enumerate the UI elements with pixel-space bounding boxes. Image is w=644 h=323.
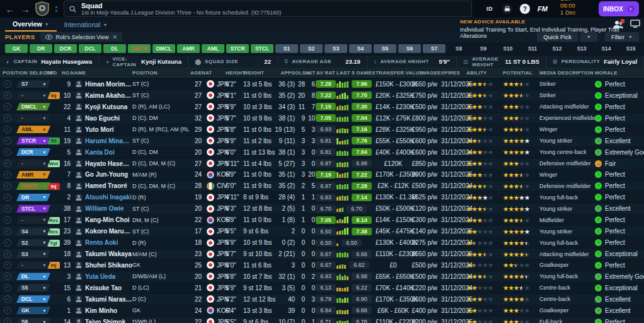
position-selected-dropdown[interactable]: -▼ [15, 114, 45, 122]
position-selected-dropdown[interactable]: DMCL▼ [15, 103, 45, 110]
row-select-icon[interactable]: ✓ [0, 228, 15, 235]
player-name-cell[interactable]: Hayato Hasegawa [71, 160, 132, 167]
crest-expander-icon[interactable]: ▲▼ [54, 4, 59, 13]
player-name-cell[interactable]: Yuta Ueda [71, 273, 132, 280]
filter-slot-s15[interactable]: S15 [619, 44, 642, 53]
col-header-media-description[interactable]: MEDIA DESCRIPTION [539, 70, 595, 76]
position-selected-dropdown[interactable]: AMR▼ [15, 171, 45, 179]
col-header-av-rat[interactable]: AV RAT [315, 70, 336, 76]
player-row[interactable]: ✓ DCR▼ 5 Kanta Doi D (C), DM 20 JPN 6'0"… [0, 147, 644, 158]
row-select-icon[interactable]: ✓ [0, 205, 15, 213]
player-row[interactable]: ✓ S4▼ Res 23 Kokoro Maruyama ST (C) 17 J… [0, 226, 644, 237]
player-name-cell[interactable]: Harumi Minamino [71, 138, 132, 144]
col-header-position-selected[interactable]: POSITION SELECTED [0, 70, 45, 76]
position-selected-dropdown[interactable]: AML▼ [15, 126, 45, 133]
fm-logo-icon[interactable]: FM [538, 4, 548, 14]
filter-slot-s9[interactable]: S9 [472, 44, 495, 53]
col-header-name[interactable]: NAME [71, 70, 132, 76]
position-selected-dropdown[interactable]: -▼ [15, 91, 45, 99]
forward-arrow-icon[interactable]: → [20, 4, 30, 15]
manager-id-icon[interactable]: ID [485, 4, 495, 14]
position-selected-dropdown[interactable]: -▼ [15, 261, 45, 269]
row-select-icon[interactable]: ✓ [0, 80, 15, 88]
player-name-cell[interactable]: Kyoji Kutsuna [71, 103, 132, 110]
player-name-cell[interactable]: Takumi Narasaka [71, 296, 132, 303]
player-row[interactable]: ✓ S2▼ Tgt 39 Rento Aoki D (R) 18 JPN 5'9… [0, 237, 644, 249]
col-header-expires[interactable]: EXPIRES [437, 70, 466, 76]
filter-slot-s2[interactable]: S2 [300, 44, 323, 53]
filter-position-dr[interactable]: DR [30, 44, 52, 53]
player-row[interactable]: ✓ DR▼ 2 Atsushi Inagaki D (R) 19 JPN 4'1… [0, 192, 644, 203]
player-row[interactable]: ✓ DMCL▼ 22 Kyoji Kutsuna D (R), AM (LC) … [0, 102, 644, 113]
player-row[interactable]: ✓ DMCR▼ Inj 8 Hamed Traoré D (C), DM, M … [0, 180, 644, 192]
filter-position-aml[interactable]: AML [202, 44, 224, 53]
player-name-cell[interactable]: Atsushi Inagaki [71, 194, 132, 201]
position-selected-dropdown[interactable]: DMCR▼ [15, 182, 45, 190]
position-selected-dropdown[interactable]: S3▼ [15, 250, 45, 258]
row-select-icon[interactable]: ✓ [0, 126, 15, 133]
player-row[interactable]: ✓ -▼ Res 17 Kang-Min Choi DM, M (C) 22 K… [0, 214, 644, 226]
close-view-icon[interactable]: ✕ [113, 34, 118, 40]
row-select-icon[interactable]: ✓ [0, 114, 15, 122]
col-header-ability[interactable]: ABILITY [466, 70, 503, 76]
col-header-ast[interactable]: AST [305, 70, 315, 76]
player-row[interactable]: ✓ GK▼ 1 Kim Minho GK 24 KOR 6'4" 13 st 3… [0, 305, 644, 317]
col-header-morale[interactable]: MORALE [595, 70, 644, 76]
filter-slot-s4[interactable]: S4 [349, 44, 372, 53]
player-row[interactable]: ✓ -▼ Inj 13 Shuhei Shikano GK 25 JPN 6'0… [0, 260, 644, 271]
position-selected-dropdown[interactable]: DCR▼ [15, 148, 45, 156]
row-select-icon[interactable]: ✓ [0, 250, 15, 258]
filter-slot-s7[interactable]: S7 [423, 44, 446, 53]
col-header-inf[interactable]: INF [45, 70, 62, 76]
position-selected-dropdown[interactable]: S5▼ [15, 284, 45, 291]
filter-position-dmcl[interactable]: DMCL [152, 44, 175, 53]
row-select-icon[interactable]: ✓ [0, 318, 15, 323]
player-name-cell[interactable]: Kaima Akahoshi [71, 92, 132, 99]
inbox-button[interactable]: INBOX › [599, 1, 639, 16]
filter-slot-s5[interactable]: S5 [374, 44, 396, 53]
row-select-icon[interactable]: ✓ [0, 307, 15, 314]
filter-position-dl[interactable]: DL [103, 44, 126, 53]
view-selector[interactable]: Rob's Selection View ✕ [40, 32, 123, 42]
row-select-icon[interactable]: ✓ [0, 194, 15, 201]
col-header-weight[interactable]: WEIGHT [243, 70, 273, 76]
monitor-icon[interactable] [630, 20, 640, 28]
filter-slot-s13[interactable]: S13 [570, 44, 593, 53]
row-select-icon[interactable]: ✓ [0, 261, 15, 269]
player-name-cell[interactable]: Hamed Traoré [71, 182, 132, 189]
player-name-cell[interactable]: Kanta Doi [71, 149, 132, 156]
position-selected-dropdown[interactable]: S4▼ [15, 228, 45, 235]
filter-slot-s6[interactable]: S6 [398, 44, 421, 53]
col-header-transfer-value[interactable]: TRANSFER VALUE [376, 70, 411, 76]
back-arrow-icon[interactable]: ← [5, 4, 15, 15]
filter-slot-s12[interactable]: S12 [546, 44, 568, 53]
stat-vice-captain[interactable]: ◑ VICE-CAPTAIN Kyoji Kutsuna [99, 56, 188, 68]
col-header-age[interactable]: AGE [189, 70, 202, 76]
player-name-cell[interactable]: Shuhei Shikano [71, 262, 132, 269]
player-name-cell[interactable]: Kang-Min Choi [71, 216, 132, 223]
player-row[interactable]: ✓ AMR▼ 7 Go Jun-Young M/AM (R) 24 KOR 5'… [0, 170, 644, 181]
player-name-cell[interactable]: Keisuke Tao [71, 285, 132, 291]
col-header-no-[interactable]: NO. [62, 70, 71, 76]
player-row[interactable]: ✓ STCR▼ Trl 19 Harumi Minamino ST (C) 20… [0, 136, 644, 147]
position-selected-dropdown[interactable]: S7▼ [15, 80, 45, 88]
position-selected-dropdown[interactable]: DCL▼ [15, 295, 45, 303]
player-name-cell[interactable]: Himan Morimoto [71, 81, 132, 88]
tab-overview[interactable]: Overview▼ [5, 18, 57, 32]
player-name-cell[interactable]: Yuto Mori [71, 126, 132, 133]
filter-slot-s10[interactable]: S10 [497, 44, 519, 53]
filter-position-stcr[interactable]: STCR [226, 44, 249, 53]
filter-slot-s8[interactable]: S8 [447, 44, 470, 53]
row-select-icon[interactable]: ✓ [0, 148, 15, 156]
filter-position-amr[interactable]: AMR [177, 44, 200, 53]
position-selected-dropdown[interactable]: S6▼ [15, 318, 45, 323]
stat-squad-size[interactable]: ⬤ SQUAD SIZE 22 [188, 56, 278, 68]
player-row[interactable]: ✓ S3▼ 18 Takumi Wakaya M/AM (C) 23 JPN 5… [0, 249, 644, 260]
row-select-icon[interactable]: ✓ [0, 239, 15, 247]
staff-advice-icon[interactable] [612, 19, 625, 29]
col-header-position[interactable]: POSITION [132, 70, 189, 76]
row-select-icon[interactable]: ✓ [0, 137, 15, 144]
position-selected-dropdown[interactable]: -▼ [15, 160, 45, 167]
help-icon[interactable]: ? [520, 4, 530, 14]
player-name-cell[interactable]: Taiyo Shimokawa [71, 319, 132, 323]
